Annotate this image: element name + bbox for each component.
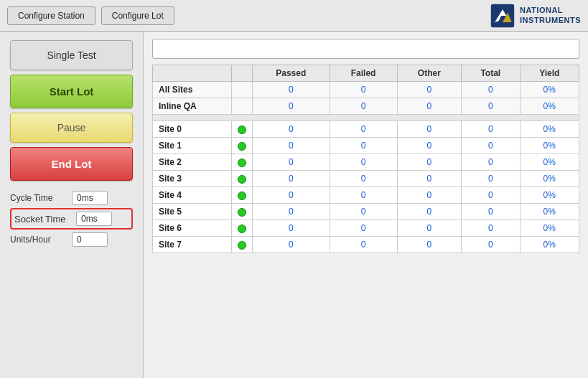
right-panel: Passed Failed Other Total Yield All Site…	[144, 32, 588, 378]
cycle-time-value: 0ms	[72, 191, 108, 205]
cell-yield: 0%	[520, 237, 579, 253]
cell-yield: 0%	[520, 187, 579, 204]
status-dot	[238, 241, 246, 250]
socket-time-label: Socket Time	[14, 214, 72, 225]
cell-passed: 0	[253, 204, 330, 220]
configure-station-button[interactable]: Configure Station	[7, 6, 95, 25]
cell-yield: 0%	[520, 121, 579, 138]
pause-button[interactable]: Pause	[10, 113, 133, 143]
cell-total: 0	[461, 154, 520, 171]
socket-time-row: Socket Time 0ms	[10, 208, 133, 230]
col-header-label	[153, 65, 232, 82]
cell-failed: 0	[330, 154, 397, 171]
col-header-total: Total	[461, 65, 520, 82]
col-header-yield: Yield	[520, 65, 579, 82]
units-hour-value: 0	[72, 232, 108, 247]
status-dot	[238, 225, 246, 233]
cell-yield: 0%	[520, 82, 579, 98]
dot-cell	[232, 98, 253, 115]
cell-failed: 0	[330, 121, 397, 138]
end-lot-button[interactable]: End Lot	[10, 147, 133, 181]
cell-failed: 0	[330, 187, 397, 204]
dot-cell	[232, 220, 253, 237]
cell-passed: 0	[253, 82, 330, 98]
start-lot-button[interactable]: Start Lot	[10, 75, 133, 108]
row-label: Site 2	[153, 154, 232, 171]
cell-failed: 0	[330, 237, 397, 253]
cell-passed: 0	[253, 154, 330, 171]
ni-brand-text: NATIONALINSTRUMENTS	[520, 6, 581, 24]
cell-other: 0	[397, 82, 461, 98]
row-label: Site 3	[153, 171, 232, 187]
row-label: Site 6	[153, 220, 232, 237]
row-label: Site 5	[153, 204, 232, 220]
toolbar-left: Configure Station Configure Lot	[7, 6, 174, 25]
dot-cell	[232, 138, 253, 154]
row-label: Inline QA	[153, 98, 232, 115]
dot-cell	[232, 82, 253, 98]
col-header-passed: Passed	[253, 65, 330, 82]
table-row: Site 2 0 0 0 0 0%	[153, 154, 579, 171]
dot-cell	[232, 171, 253, 187]
cell-other: 0	[397, 98, 461, 115]
cell-other: 0	[397, 220, 461, 237]
cell-failed: 0	[330, 82, 397, 98]
dot-cell	[232, 187, 253, 204]
cell-passed: 0	[253, 171, 330, 187]
cell-total: 0	[461, 138, 520, 154]
cycle-time-row: Cycle Time 0ms	[10, 191, 133, 205]
cell-other: 0	[397, 138, 461, 154]
data-table: Passed Failed Other Total Yield All Site…	[152, 65, 579, 253]
cell-yield: 0%	[520, 98, 579, 115]
row-label: Site 7	[153, 237, 232, 253]
ni-logo-icon	[490, 3, 515, 29]
cell-other: 0	[397, 121, 461, 138]
cell-other: 0	[397, 171, 461, 187]
cell-passed: 0	[253, 98, 330, 115]
main-content: Single Test Start Lot Pause End Lot Cycl…	[0, 32, 588, 378]
stats-area: Cycle Time 0ms Socket Time 0ms Units/Hou…	[10, 191, 133, 247]
table-row: Site 7 0 0 0 0 0%	[153, 237, 579, 253]
col-header-other: Other	[397, 65, 461, 82]
cell-passed: 0	[253, 138, 330, 154]
search-bar[interactable]	[152, 39, 579, 59]
cycle-time-label: Cycle Time	[10, 193, 67, 203]
cell-passed: 0	[253, 220, 330, 237]
table-row: Site 5 0 0 0 0 0%	[153, 204, 579, 220]
cell-other: 0	[397, 154, 461, 171]
dot-cell	[232, 154, 253, 171]
cell-yield: 0%	[520, 154, 579, 171]
cell-total: 0	[461, 204, 520, 220]
left-panel: Single Test Start Lot Pause End Lot Cycl…	[0, 32, 144, 378]
configure-lot-button[interactable]: Configure Lot	[101, 6, 174, 25]
row-label: All Sites	[153, 82, 232, 98]
single-test-button[interactable]: Single Test	[10, 40, 133, 70]
row-label: Site 1	[153, 138, 232, 154]
cell-total: 0	[461, 220, 520, 237]
cell-total: 0	[461, 98, 520, 115]
cell-failed: 0	[330, 220, 397, 237]
table-row: Site 0 0 0 0 0 0%	[153, 121, 579, 138]
socket-time-value: 0ms	[76, 212, 112, 226]
status-dot	[238, 159, 246, 167]
units-hour-row: Units/Hour 0	[10, 232, 133, 247]
table-row: All Sites 0 0 0 0 0%	[153, 82, 579, 98]
cell-other: 0	[397, 204, 461, 220]
cell-passed: 0	[253, 121, 330, 138]
toolbar: Configure Station Configure Lot NATIONAL…	[0, 0, 588, 32]
col-header-dot	[232, 65, 253, 82]
cell-total: 0	[461, 82, 520, 98]
cell-yield: 0%	[520, 220, 579, 237]
cell-passed: 0	[253, 187, 330, 204]
col-header-failed: Failed	[330, 65, 397, 82]
cell-failed: 0	[330, 98, 397, 115]
dot-cell	[232, 204, 253, 220]
table-row: Inline QA 0 0 0 0 0%	[153, 98, 579, 115]
status-dot	[238, 126, 246, 134]
cell-yield: 0%	[520, 138, 579, 154]
units-hour-label: Units/Hour	[10, 235, 67, 245]
cell-total: 0	[461, 187, 520, 204]
cell-other: 0	[397, 237, 461, 253]
table-header-row: Passed Failed Other Total Yield	[153, 65, 579, 82]
status-dot	[238, 192, 246, 200]
